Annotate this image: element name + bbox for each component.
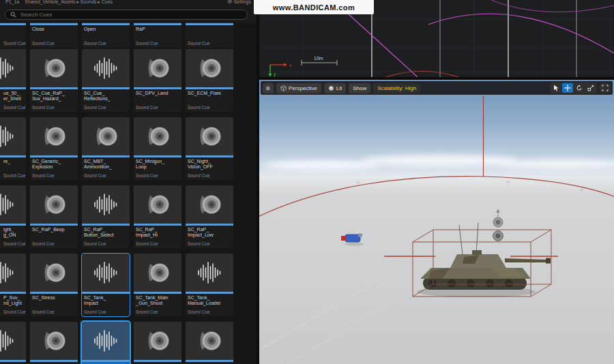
content-browser-header: P1_1a Shared_Vehicle_Assets ▸ Sounds ▸ C…: [0, 0, 257, 22]
asset-name: SC_RaP_Impact_HI: [136, 227, 179, 238]
asset-tile[interactable]: SC_Tank_Manual_LoaderSound Cue: [186, 254, 233, 316]
asset-name: Close: [32, 27, 76, 32]
asset-tile[interactable]: SC_TracksSound Cue: [82, 322, 130, 364]
lit-label: Lit: [336, 85, 342, 91]
asset-text: SC_Cue_RaP_Suv_Hazard_Sound Cue: [30, 89, 78, 112]
show-dropdown[interactable]: Show: [349, 83, 370, 93]
asset-type-label: Sound Cue: [84, 105, 106, 110]
breadcrumb-path[interactable]: Shared_Vehicle_Assets ▸ Sounds ▸ Cues: [25, 0, 113, 5]
asset-name: SC_MBT_Ammunition_: [84, 159, 128, 170]
asset-text: RaPSound Cue: [134, 25, 181, 48]
asset-type-label: Sound Cue: [84, 41, 106, 46]
lit-dropdown[interactable]: Lit: [324, 83, 346, 93]
asset-type-label: Sound Cue: [3, 241, 26, 246]
asset-type-label: Sound Cue: [136, 173, 158, 178]
tab-label[interactable]: P1_1a: [5, 0, 19, 5]
asset-tile[interactable]: SC_RaP_Button_SelectSound Cue: [82, 185, 130, 248]
asset-tile[interactable]: ight_g_ONSound Cue: [0, 185, 26, 248]
asset-text: SC_RaP_Impact_LowSound Cue: [186, 226, 233, 248]
scale-label: 10m: [314, 56, 323, 61]
asset-row: Sound CueSC_TiresSound CueSC_TracksSound…: [0, 322, 233, 364]
asset-tile[interactable]: re_Sound Cue: [0, 117, 26, 180]
scalability-badge[interactable]: Scalability: High: [373, 83, 420, 93]
asset-type-label: Sound Cue: [188, 309, 210, 314]
asset-tile[interactable]: SC_Night_Vision_OFFSound Cue: [186, 117, 233, 180]
asset-tile[interactable]: SC_RaP_Impact_HISound Cue: [134, 185, 181, 248]
speaker-icon: [134, 185, 181, 224]
audio-component-gizmo[interactable]: [493, 209, 503, 241]
axis-gizmo: x y: [269, 63, 293, 77]
waveform-icon: [0, 254, 26, 292]
settings-button[interactable]: Settings: [227, 0, 251, 5]
asset-tile[interactable]: SC_Minigun_LoopSound Cue: [134, 117, 181, 180]
placed-mesh[interactable]: [341, 234, 364, 246]
asset-row: P_Suv_nd_LightSound CueSC_StressSound Cu…: [0, 254, 233, 316]
move-tool-button[interactable]: [562, 83, 573, 93]
asset-tile[interactable]: SC_Tank_Main_Gun_ShootSound Cue: [134, 254, 181, 316]
scene-overlay: [259, 80, 614, 364]
search-bar[interactable]: [5, 10, 248, 20]
asset-type-label: Sound Cue: [188, 105, 210, 110]
speaker-icon: [30, 117, 78, 155]
maximize-icon: [602, 85, 609, 91]
waveform-icon: [0, 185, 26, 224]
perspective-dropdown[interactable]: Perspective: [276, 83, 321, 93]
asset-tile[interactable]: SC_DPV_LandSound Cue: [134, 49, 181, 112]
asset-text: SC_Tank_Main_Gun_ShootSound Cue: [134, 294, 181, 316]
asset-row: re_Sound CueSC_Generic_ExplosionSound Cu…: [0, 117, 233, 180]
asset-type-label: Sound Cue: [188, 241, 210, 246]
asset-tile[interactable]: ue_50_er_ShellSound Cue: [0, 49, 26, 112]
asset-tile[interactable]: SC_MBT_Ammunition_Sound Cue: [82, 117, 130, 180]
asset-type-label: Sound Cue: [84, 309, 106, 314]
asset-tile[interactable]: SC_WeaponSound Cue: [186, 322, 233, 364]
asset-tile[interactable]: SC_Generic_ExplosionSound Cue: [30, 117, 78, 180]
lit-sphere-icon: [328, 85, 334, 91]
asset-tile[interactable]: SC_RaP_Impact_LowSound Cue: [186, 185, 233, 248]
asset-text: ight_g_ONSound Cue: [0, 226, 26, 248]
asset-name: RaP: [136, 27, 179, 32]
perspective-viewport[interactable]: ≡ Perspective Lit Show Scalability: High: [259, 80, 614, 364]
asset-type-label: Sound Cue: [32, 41, 55, 46]
asset-tile[interactable]: SC_RaP_BeepSound Cue: [30, 185, 78, 248]
asset-tile[interactable]: SC_Cue_Reflections_Sound Cue: [82, 49, 130, 112]
editor-window: Sound CueCloseSound CueOpenSound CueRaPS…: [0, 0, 614, 364]
scalability-label: Scalability: High: [377, 85, 416, 91]
speaker-icon: [134, 254, 181, 292]
asset-tile[interactable]: Sound Cue: [0, 322, 26, 364]
maximize-viewport-button[interactable]: [600, 83, 611, 93]
settings-label: Settings: [234, 0, 251, 5]
rotate-icon: [576, 85, 583, 91]
asset-tile[interactable]: SC_WeaponSound Cue: [134, 322, 181, 364]
speaker-icon: [186, 117, 233, 155]
asset-tile[interactable]: SC_Tank_ImpactSound Cue: [82, 254, 130, 316]
rotate-tool-button[interactable]: [574, 83, 585, 93]
speaker-icon: [30, 185, 78, 224]
asset-tile[interactable]: SC_StressSound Cue: [30, 254, 78, 316]
asset-name: SC_Tank_Manual_Loader: [188, 295, 231, 306]
asset-name: re_: [0, 159, 24, 164]
asset-type-label: Sound Cue: [136, 309, 158, 314]
select-tool-button[interactable]: [551, 83, 561, 93]
speaker-icon: [186, 49, 233, 87]
asset-tile[interactable]: SC_ECM_FlareSound Cue: [186, 49, 233, 112]
asset-tile[interactable]: SC_TiresSound Cue: [30, 322, 78, 364]
asset-text: SC_Minigun_LoopSound Cue: [134, 157, 181, 180]
search-input[interactable]: [19, 11, 242, 18]
asset-name: SC_Tank_Impact: [84, 295, 128, 306]
attenuation-wireframe: [259, 96, 614, 219]
scale-tool-button[interactable]: [585, 83, 596, 93]
asset-text: SC_ECM_FlareSound Cue: [186, 89, 233, 112]
asset-name: SC_RaP_Impact_Low: [188, 227, 231, 238]
asset-name: SC_Generic_Explosion: [32, 159, 76, 170]
asset-tile[interactable]: P_Suv_nd_LightSound Cue: [0, 254, 26, 316]
asset-type-label: Sound Cue: [84, 241, 106, 246]
asset-name: SC_Cue_Reflections_: [84, 91, 128, 102]
viewport-menu-button[interactable]: ≡: [263, 83, 274, 93]
content-browser-panel: Sound CueCloseSound CueOpenSound CueRaPS…: [0, 0, 257, 364]
asset-tile[interactable]: SC_Cue_RaP_Suv_Hazard_Sound Cue: [30, 49, 78, 112]
asset-text: SC_DPV_LandSound Cue: [134, 89, 181, 112]
perspective-label: Perspective: [289, 85, 317, 91]
asset-type-label: Sound Cue: [3, 173, 26, 178]
asset-name: P_Suv_nd_Light: [0, 295, 24, 306]
asset-name: ight_g_ON: [0, 227, 24, 238]
